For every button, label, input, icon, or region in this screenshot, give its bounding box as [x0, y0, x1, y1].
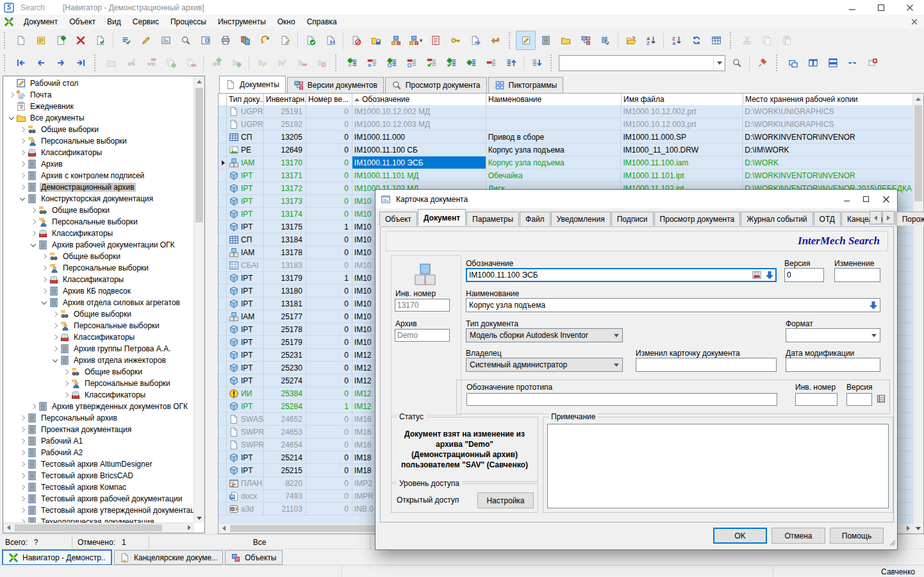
resize-grip[interactable] [888, 539, 896, 548]
window-tab[interactable]: Объекты [225, 550, 283, 565]
tree-item[interactable]: Тестовый архив AltiumDesigner [3, 458, 194, 470]
copy-documents-button[interactable] [235, 31, 255, 50]
collapse-icon[interactable] [7, 113, 16, 122]
expand-icon[interactable] [18, 425, 27, 434]
designation-expand-icon[interactable] [763, 269, 776, 281]
expand-icon[interactable] [51, 344, 60, 353]
dialog-tab-журнал-событий[interactable]: Журнал событий [741, 212, 813, 226]
dialog-tab-порожденные[interactable]: Порожденные [896, 212, 924, 226]
go-last-button[interactable] [70, 53, 90, 72]
menu-item[interactable]: Объект [63, 15, 101, 28]
table-row[interactable]: UGPRT251910IM1000.10.12.002 МДIM1000.10.… [219, 105, 913, 118]
document-structure-button[interactable] [386, 31, 406, 50]
prototype-inv-field[interactable] [795, 393, 837, 406]
close-button[interactable] [895, 1, 924, 15]
tree-item[interactable]: Архив с контролем подписей [3, 170, 194, 181]
tree-item[interactable]: Конструкторская документация [3, 193, 194, 205]
doctype-combobox[interactable]: Модель сборки Autodesk Inventor [466, 328, 623, 342]
send-document-button[interactable] [465, 31, 485, 50]
menu-item[interactable]: Сервис [127, 15, 165, 28]
tree-item[interactable]: Общие выборки [3, 366, 194, 378]
expand-icon[interactable] [18, 125, 27, 134]
toolbar-drag-handle[interactable] [4, 54, 8, 71]
table-row[interactable]: UGPRT251920IM1000.10.12.003 МДIM1000.10.… [219, 118, 913, 131]
designation-save-icon[interactable] [750, 269, 763, 281]
expand-icon[interactable] [51, 333, 60, 342]
split-horizontal-button[interactable] [823, 53, 843, 72]
mdi-close-icon[interactable] [907, 16, 921, 28]
pin-panel-button[interactable] [752, 53, 772, 72]
dialog-tab-уведомления[interactable]: Уведомления [551, 212, 611, 226]
tree-item[interactable]: Персональные выборки [3, 262, 194, 274]
preview-button[interactable] [195, 31, 215, 50]
tree-item[interactable]: Тестовый архив Компас [3, 481, 194, 493]
mod-date-field[interactable] [786, 358, 880, 372]
add-to-list-button[interactable] [342, 53, 362, 72]
tree-item[interactable]: Тестовый архив BricsCAD [3, 470, 194, 481]
tab-scroll-left-icon[interactable] [870, 211, 882, 224]
maximize-button[interactable] [866, 1, 895, 15]
column-header[interactable]: Инвентарн... [264, 94, 306, 105]
add-document-button[interactable] [51, 31, 70, 50]
column-header[interactable]: Тип доку... [227, 94, 264, 105]
sign-document-button[interactable] [275, 31, 295, 50]
table-row[interactable]: IPT131710IM1000.11.101 МДОбечайкаIM1000.… [219, 169, 913, 182]
append-list-button[interactable] [461, 53, 481, 72]
tab-пиктограммы[interactable]: Пиктограммы [488, 77, 564, 93]
tree-item[interactable]: Персональные выборки [3, 216, 194, 228]
columns-button[interactable] [706, 31, 726, 50]
folders-button[interactable] [556, 31, 575, 50]
dialog-tab-объект[interactable]: Объект [379, 212, 417, 226]
delete-document-button[interactable] [70, 31, 90, 50]
expand-icon[interactable] [18, 494, 27, 503]
expand-icon[interactable] [62, 390, 70, 399]
tree-item[interactable]: Классификаторы [3, 274, 194, 285]
tab-просмотр-документа[interactable]: Просмотр документа [385, 77, 487, 93]
expand-icon[interactable] [40, 263, 49, 272]
window-tab[interactable]: Канцелярские докуме... [114, 550, 223, 565]
grid-vertical-scrollbar[interactable] [912, 94, 923, 533]
chevron-down-icon[interactable] [713, 56, 725, 70]
expand-icon[interactable] [18, 137, 27, 146]
edit-card-button[interactable] [516, 31, 536, 50]
tree-vertical-scrollbar[interactable] [194, 76, 204, 523]
name-field[interactable] [466, 298, 880, 312]
expand-icon[interactable] [51, 310, 60, 319]
menu-item[interactable]: Документ [18, 15, 63, 28]
tab-scroll-right-icon[interactable] [882, 211, 895, 224]
expand-icon[interactable] [29, 206, 38, 215]
expand-icon[interactable] [40, 275, 49, 284]
tree-item[interactable]: Общие выборки [3, 308, 194, 320]
toolbar-drag-handle[interactable] [730, 32, 734, 49]
tab-версии-документов[interactable]: Версии документов [287, 77, 384, 93]
collapse-icon[interactable] [18, 194, 27, 203]
minimize-button[interactable] [837, 1, 866, 15]
run-search-button[interactable] [727, 53, 747, 72]
expand-icon[interactable] [51, 321, 60, 330]
remove-from-list-button[interactable] [362, 53, 382, 72]
tab-документы[interactable]: Документы [219, 76, 286, 93]
expand-icon[interactable] [18, 414, 27, 422]
close-window-button[interactable] [862, 53, 882, 72]
menu-item[interactable]: Вид [101, 15, 127, 28]
tree-item[interactable]: Тестовый архив рабочей документации [3, 493, 194, 505]
name-expand-icon[interactable] [867, 299, 880, 311]
tree-item[interactable]: @Почта [3, 89, 194, 101]
ok-button[interactable]: OK [713, 528, 767, 544]
tree-item[interactable]: Классификаторы [3, 331, 194, 343]
report-button[interactable] [425, 31, 445, 50]
inv-number-field[interactable] [395, 299, 450, 312]
tree-item[interactable]: Общие выборки [3, 205, 194, 216]
dialog-close-button[interactable] [875, 192, 897, 206]
column-header[interactable]: Имя файла [622, 94, 743, 105]
sort-ascending-button[interactable]: AZ [641, 31, 661, 50]
expand-icon[interactable] [18, 483, 27, 492]
go-first-button[interactable] [11, 53, 31, 72]
edit-button[interactable] [136, 31, 156, 50]
toolbar-drag-handle[interactable] [509, 32, 513, 49]
expand-icon[interactable] [18, 448, 27, 457]
expand-icon[interactable] [29, 229, 38, 238]
window-tab[interactable]: Навигатор - Демонстр... [2, 549, 112, 565]
tree-item[interactable]: Архив рабочей документации ОГК [3, 239, 194, 251]
save-document-button[interactable] [320, 31, 340, 50]
